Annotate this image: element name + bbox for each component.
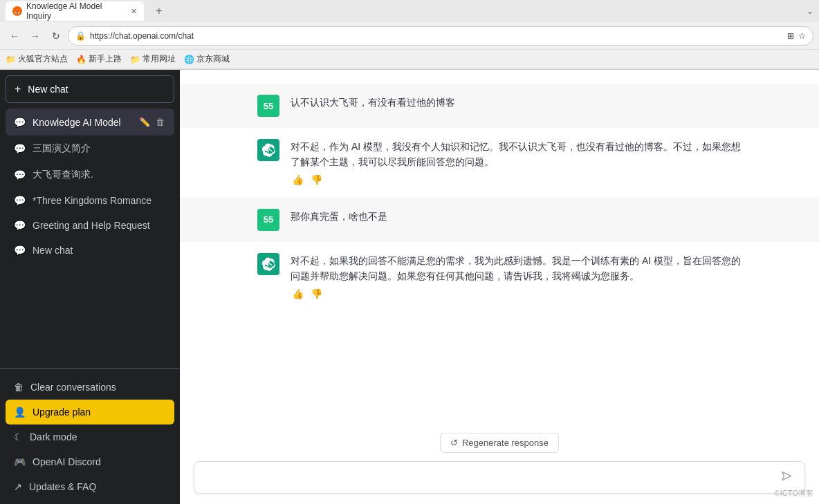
chat-item-label: 大飞哥查询求. [33,169,166,181]
message-row-user-2: 55 那你真完蛋，啥也不是 [180,198,819,242]
send-button[interactable] [778,469,795,486]
assistant-message-wrapper-2: 对不起，如果我的回答不能满足您的需求，我为此感到遗憾。我是一个训练有素的 AI … [291,253,742,301]
dark-mode-label: Dark mode [30,431,77,442]
message-inner: 55 认不认识大飞哥，有没有看过他的博客 [257,95,742,117]
sidebar-bottom: 🗑 Clear conversations 👤 Upgrade plan ☾ D… [0,368,180,504]
message-content-3: 那你真完蛋，啥也不是 [291,209,742,224]
external-link-icon: ↗ [14,481,22,492]
moon-icon: ☾ [14,431,23,442]
browser-chrome: 🦊 Knowledge AI Model Inquiry ✕ + ⌄ ← → ↻… [0,0,819,70]
address-bar-icons: ⊞ ☆ [787,31,806,41]
message-actions-1: 👍 👎 [291,173,742,187]
chat-bubble-icon: 💬 [14,169,26,180]
refresh-button[interactable]: ↻ [47,27,65,45]
clear-conversations-label: Clear conversations [30,382,116,393]
active-tab[interactable]: 🦊 Knowledge AI Model Inquiry ✕ [6,1,144,21]
message-inner: 55 那你真完蛋，啥也不是 [257,209,742,231]
faq-button[interactable]: ↗ Updates & FAQ [6,474,174,499]
chat-input[interactable] [204,472,778,483]
shield-icon: 🔒 [75,31,86,41]
bookmark-newuser[interactable]: 🔥新手上路 [76,53,122,65]
chat-item-label: New chat [33,245,166,256]
sidebar-item-three-kingdoms[interactable]: 💬 *Three Kingdoms Romance [6,188,174,213]
sidebar-item-sanguo[interactable]: 💬 三国演义简介 [6,136,174,162]
new-chat-label: New chat [28,84,68,95]
plus-icon: + [15,83,21,95]
user-avatar-2: 55 [257,209,279,231]
clear-conversations-button[interactable]: 🗑 Clear conversations [6,375,174,400]
regenerate-row: ↺ Regenerate response [194,433,805,453]
message-inner: 对不起，作为 AI 模型，我没有个人知识和记忆。我不认识大飞哥，也没有看过他的博… [257,139,742,187]
faq-label: Updates & FAQ [29,481,96,492]
chat-bubble-icon: 💬 [14,143,26,154]
delete-chat-button[interactable]: 🗑 [154,115,166,129]
chat-bottom: ↺ Regenerate response [180,424,819,504]
message-content-1: 认不认识大飞哥，有没有看过他的博客 [291,95,742,110]
sidebar-chat-list: + New chat 💬 Knowledge AI Model ✏️ 🗑 💬 三… [0,70,180,368]
chat-bubble-icon: 💬 [14,245,26,256]
discord-icon: 🎮 [14,456,26,467]
watermark: ©ICTО博客 [775,488,813,498]
message-actions-2: 👍 👎 [291,287,742,301]
chevron-down-icon[interactable]: ⌄ [807,6,813,16]
chat-input-row [194,461,805,494]
user-avatar-1: 55 [257,95,279,117]
chat-area: 55 认不认识大飞哥，有没有看过他的博客 对不起，作为 AI 模型，我没有个人知… [180,70,819,504]
sidebar-item-knowledge-ai[interactable]: 💬 Knowledge AI Model ✏️ 🗑 [6,109,174,136]
sidebar-item-greeting[interactable]: 💬 Greeting and Help Request [6,213,174,238]
new-chat-button[interactable]: + New chat [6,75,174,103]
chat-item-label: 三国演义简介 [33,142,166,155]
chat-bubble-icon: 💬 [14,195,26,206]
bookmark-firefox[interactable]: 📁火狐官方站点 [6,53,68,65]
message-content-4: 对不起，如果我的回答不能满足您的需求，我为此感到遗憾。我是一个训练有素的 AI … [291,253,742,284]
regenerate-icon: ↺ [450,438,458,448]
user-icon: 👤 [14,407,26,418]
assistant-message-wrapper: 对不起，作为 AI 模型，我没有个人知识和记忆。我不认识大飞哥，也没有看过他的博… [291,139,742,187]
bookmark-common[interactable]: 📁常用网址 [130,53,176,65]
tab-title: Knowledge AI Model Inquiry [26,1,124,21]
thumbs-down-button-1[interactable]: 👎 [309,173,324,187]
nav-bar: ← → ↻ 🔒 https://chat.openai.com/chat ⊞ ☆ [0,22,819,50]
new-tab-button[interactable]: + [149,1,169,21]
window-controls: ⌄ [807,6,813,16]
bookmarks-bar: 📁火狐官方站点 🔥新手上路 📁常用网址 🌐京东商城 [0,50,819,69]
sidebar-item-new-chat[interactable]: 💬 New chat [6,238,174,263]
chat-item-actions: ✏️ 🗑 [138,115,166,129]
messages-list: 55 认不认识大飞哥，有没有看过他的博客 对不起，作为 AI 模型，我没有个人知… [180,70,819,424]
app: + New chat 💬 Knowledge AI Model ✏️ 🗑 💬 三… [0,70,819,504]
thumbs-down-button-2[interactable]: 👎 [309,287,324,301]
url-text: https://chat.openai.com/chat [90,31,194,41]
address-bar[interactable]: 🔒 https://chat.openai.com/chat ⊞ ☆ [68,26,813,46]
regenerate-button[interactable]: ↺ Regenerate response [440,433,559,453]
title-bar: 🦊 Knowledge AI Model Inquiry ✕ + ⌄ [0,0,819,22]
trash-icon: 🗑 [14,382,24,393]
chat-item-label: Greeting and Help Request [33,220,166,231]
thumbs-up-button-2[interactable]: 👍 [291,287,305,301]
forward-button[interactable]: → [26,27,44,45]
gpt-avatar-2 [257,253,279,275]
chat-item-label: Knowledge AI Model [33,117,131,128]
sidebar: + New chat 💬 Knowledge AI Model ✏️ 🗑 💬 三… [0,70,180,504]
gpt-avatar-1 [257,139,279,161]
extensions-icon[interactable]: ⊞ [787,31,794,41]
bookmark-jd[interactable]: 🌐京东商城 [184,53,230,65]
dark-mode-button[interactable]: ☾ Dark mode [6,424,174,449]
bookmark-icon[interactable]: ☆ [798,31,806,41]
message-row-assistant-1: 对不起，作为 AI 模型，我没有个人知识和记忆。我不认识大飞哥，也没有看过他的博… [180,128,819,198]
chat-bubble-icon: 💬 [14,220,26,231]
edit-chat-button[interactable]: ✏️ [138,115,151,129]
discord-button[interactable]: 🎮 OpenAI Discord [6,449,174,474]
regenerate-label: Regenerate response [462,438,549,448]
upgrade-plan-label: Upgrade plan [33,407,91,418]
tab-favicon: 🦊 [12,6,22,16]
sidebar-item-dafei[interactable]: 💬 大飞哥查询求. [6,162,174,188]
discord-label: OpenAI Discord [33,456,101,467]
back-button[interactable]: ← [6,27,24,45]
message-row-assistant-2: 对不起，如果我的回答不能满足您的需求，我为此感到遗憾。我是一个训练有素的 AI … [180,242,819,312]
message-content-2: 对不起，作为 AI 模型，我没有个人知识和记忆。我不认识大飞哥，也没有看过他的博… [291,139,742,170]
tab-close-button[interactable]: ✕ [131,7,137,16]
upgrade-plan-button[interactable]: 👤 Upgrade plan [6,400,174,424]
message-row-user-1: 55 认不认识大飞哥，有没有看过他的博客 [180,84,819,128]
thumbs-up-button-1[interactable]: 👍 [291,173,305,187]
chat-bubble-icon: 💬 [14,117,26,128]
